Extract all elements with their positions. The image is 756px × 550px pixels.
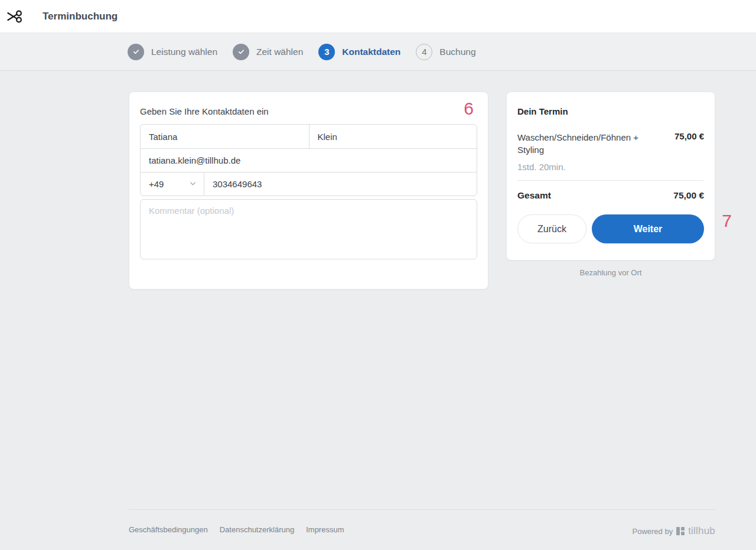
button-row: Zurück Weiter <box>517 214 704 243</box>
phone-row: +49 3034649643 <box>141 172 477 196</box>
tillhub-logo-icon <box>676 527 685 535</box>
form-heading: Geben Sie Ihre Kontaktdaten ein <box>140 106 477 116</box>
first-name-field[interactable]: Tatiana <box>141 125 309 148</box>
phone-number-field[interactable]: 3034649643 <box>204 173 477 196</box>
step-zeit-waehlen[interactable]: Zeit wählen <box>233 44 303 60</box>
footer-link-imprint[interactable]: Impressum <box>306 525 344 534</box>
step-2-check-icon <box>233 44 249 60</box>
service-name: Waschen/Schneiden/Föhnen + Styling <box>517 131 656 156</box>
summary-sidebar: Dein Termin Waschen/Schneiden/Föhnen + S… <box>506 92 715 277</box>
step-kontaktdaten: 3 Kontaktdaten <box>318 44 400 60</box>
last-name-field[interactable]: Klein <box>309 125 477 148</box>
step-1-check-icon <box>128 44 144 60</box>
scissors-logo-icon <box>6 8 24 25</box>
email-row: tatiana.klein@tillhub.de <box>141 148 477 172</box>
summary-card: Dein Termin Waschen/Schneiden/Föhnen + S… <box>506 92 715 261</box>
powered-by-label: Powered by <box>633 527 673 536</box>
service-duration: 1std. 20min. <box>517 162 704 172</box>
total-price: 75,00 € <box>673 190 704 201</box>
country-code-select[interactable]: +49 <box>141 173 204 196</box>
step-4-number: 4 <box>416 44 432 60</box>
footer-link-terms[interactable]: Geschäftsbedingungen <box>129 525 208 534</box>
step-3-label: Kontaktdaten <box>342 47 400 57</box>
step-4-label: Buchung <box>439 47 475 57</box>
step-leistung-waehlen[interactable]: Leistung wählen <box>128 44 217 60</box>
step-2-label: Zeit wählen <box>256 47 303 57</box>
country-code-value: +49 <box>149 179 164 189</box>
brand-name: tillhub <box>688 525 715 537</box>
annotation-marker-7: 7 <box>722 211 732 231</box>
footer-links: Geschäftsbedingungen Datenschutzerklärun… <box>129 525 344 534</box>
booking-page: Terminbuchung Leistung wählen Zeit wähle… <box>0 0 756 550</box>
contact-input-group: Tatiana Klein tatiana.klein@tillhub.de +… <box>140 124 477 196</box>
summary-divider <box>517 180 704 181</box>
stepper: Leistung wählen Zeit wählen 3 Kontaktdat… <box>0 33 756 71</box>
footer-link-privacy[interactable]: Datenschutzerklärung <box>220 525 294 534</box>
comment-textarea[interactable]: Kommentar (optional) <box>140 199 477 259</box>
annotation-marker-6: 6 <box>464 99 474 119</box>
service-row: Waschen/Schneiden/Föhnen + Styling 75,00… <box>517 131 704 156</box>
total-label: Gesamt <box>517 190 551 201</box>
step-3-number: 3 <box>318 44 335 60</box>
name-row: Tatiana Klein <box>141 125 477 148</box>
step-1-label: Leistung wählen <box>151 47 217 57</box>
header: Terminbuchung <box>0 0 756 33</box>
service-price: 75,00 € <box>674 131 704 156</box>
footer: Geschäftsbedingungen Datenschutzerklärun… <box>129 509 715 550</box>
chevron-down-icon <box>189 179 197 189</box>
powered-by: Powered by tillhub <box>633 525 715 537</box>
payment-note: Bezahlung vor Ort <box>506 268 715 277</box>
total-row: Gesamt 75,00 € <box>517 190 704 201</box>
next-button[interactable]: Weiter <box>592 214 704 243</box>
main-content: Geben Sie Ihre Kontaktdaten ein 6 Tatian… <box>0 71 756 509</box>
email-field[interactable]: tatiana.klein@tillhub.de <box>141 149 477 172</box>
step-buchung: 4 Buchung <box>416 44 475 60</box>
page-title: Terminbuchung <box>43 11 118 22</box>
back-button[interactable]: Zurück <box>517 214 586 243</box>
summary-title: Dein Termin <box>517 106 704 116</box>
contact-form-card: Geben Sie Ihre Kontaktdaten ein 6 Tatian… <box>129 92 488 289</box>
